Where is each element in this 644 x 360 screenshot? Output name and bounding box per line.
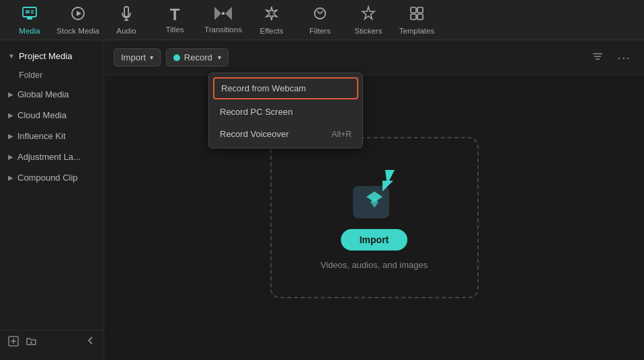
svg-marker-6 [77,11,81,16]
toolbar-label-templates: Templates [399,27,434,35]
stickers-icon [360,5,376,24]
effects-icon [264,5,280,24]
toolbar-label-titles: Titles [165,26,184,34]
record-button[interactable]: Record ▾ [166,48,229,66]
import-chevron-icon: ▾ [150,54,153,61]
webcam-label: Record from Webcam [221,83,306,93]
toolbar-item-stickers[interactable]: Stickers [344,1,393,39]
sidebar-item-folder[interactable]: Folder [0,66,104,84]
import-area: Import Videos, audios, and images [104,75,644,360]
screen-label: Record PC Screen [220,107,292,117]
toolbar-item-filters[interactable]: Filters [296,1,344,39]
sidebar-bottom [0,330,104,355]
stock-media-icon [70,5,86,24]
toolbar-label-media: Media [19,27,40,35]
svg-marker-9 [214,7,221,20]
more-options-icon[interactable]: ··· [613,47,635,68]
svg-rect-16 [417,14,423,19]
sidebar-item-project-media[interactable]: ▼ Project Media [0,46,104,66]
arrow-icon-compound: ▶ [8,174,13,181]
filter-sort-icon[interactable] [588,48,608,68]
collapse-sidebar-icon[interactable] [86,336,95,349]
voiceover-shortcut: Alt+R [331,130,352,139]
record-label: Record [184,52,212,62]
arrow-icon-cloud: ▶ [8,111,13,119]
arrow-icon: ▼ [8,52,15,60]
media-icon [22,5,38,24]
voiceover-label: Record Voiceover [220,129,289,139]
sidebar-label-project-media: Project Media [19,51,72,61]
record-dot-icon [173,54,180,61]
arrow-icon-adjust: ▶ [8,153,13,161]
svg-marker-26 [383,170,395,191]
sidebar: ▼ Project Media Folder ▶ Global Media ▶ … [0,40,104,360]
sidebar-label-global-media: Global Media [17,89,69,99]
sidebar-label-adjustment: Adjustment La... [17,152,81,162]
record-dropdown: Record from Webcam Record PC Screen Reco… [208,73,363,148]
svg-rect-4 [27,17,32,19]
new-folder-icon[interactable] [26,336,37,349]
content-area: Import ▾ Record ▾ ··· Record from [104,40,644,360]
templates-icon [409,5,425,24]
arrow-icon-global: ▶ [8,91,13,98]
sidebar-item-adjustment[interactable]: ▶ Adjustment La... [0,146,104,167]
sidebar-item-global-media[interactable]: ▶ Global Media [0,84,104,105]
import-label: Import [121,52,146,62]
svg-marker-10 [225,7,232,20]
record-chevron-icon: ▾ [218,54,221,61]
content-header: Import ▾ Record ▾ ··· [104,40,644,75]
toolbar-label-effects: Effects [260,27,284,35]
import-description: Videos, audios, and images [321,260,428,270]
transitions-icon [214,7,232,23]
import-large-button[interactable]: Import [341,229,408,251]
toolbar-item-titles[interactable]: T Titles [151,1,199,39]
toolbar-item-effects[interactable]: Effects [247,1,296,39]
sidebar-label-compound-clip: Compound Clip [17,173,78,183]
toolbar-item-stock-media[interactable]: Stock Media [54,1,102,39]
filters-icon [312,5,328,24]
toolbar-label-filters: Filters [309,27,330,35]
toolbar-label-transitions: Transitions [204,26,242,34]
toolbar-item-transitions[interactable]: Transitions [199,1,247,39]
import-large-label: Import [360,234,389,245]
toolbar-label-stickers: Stickers [355,27,383,35]
svg-rect-1 [26,10,30,13]
arrow-icon-influence: ▶ [8,132,13,140]
toolbar-item-audio[interactable]: Audio [102,1,151,39]
dropdown-item-screen[interactable]: Record PC Screen [209,101,362,123]
toolbar-item-media[interactable]: Media [5,1,54,39]
toolbar-item-templates[interactable]: Templates [393,1,441,39]
sidebar-label-folder: Folder [19,71,42,80]
main-area: ▼ Project Media Folder ▶ Global Media ▶ … [0,40,644,360]
sidebar-item-compound-clip[interactable]: ▶ Compound Clip [0,167,104,188]
toolbar-label-audio: Audio [116,27,136,35]
sidebar-item-cloud-media[interactable]: ▶ Cloud Media [0,105,104,126]
sidebar-label-influence-kit: Influence Kit [17,131,66,141]
import-icon-wrap [348,166,401,220]
svg-rect-13 [411,7,416,13]
sidebar-label-cloud-media: Cloud Media [17,110,67,120]
audio-icon [118,5,134,24]
add-item-icon[interactable] [8,336,19,349]
svg-rect-11 [222,12,225,15]
toolbar: Media Stock Media Audio T Titles [0,0,644,40]
sidebar-item-influence-kit[interactable]: ▶ Influence Kit [0,126,104,146]
titles-icon: T [170,7,180,23]
import-button[interactable]: Import ▾ [114,48,161,66]
import-drop-zone[interactable]: Import Videos, audios, and images [270,137,479,298]
dropdown-item-webcam[interactable]: Record from Webcam [213,77,358,99]
svg-rect-14 [417,7,423,13]
svg-rect-15 [411,14,416,19]
dropdown-item-voiceover[interactable]: Record Voiceover Alt+R [209,123,362,145]
toolbar-label-stock: Stock Media [56,27,99,35]
